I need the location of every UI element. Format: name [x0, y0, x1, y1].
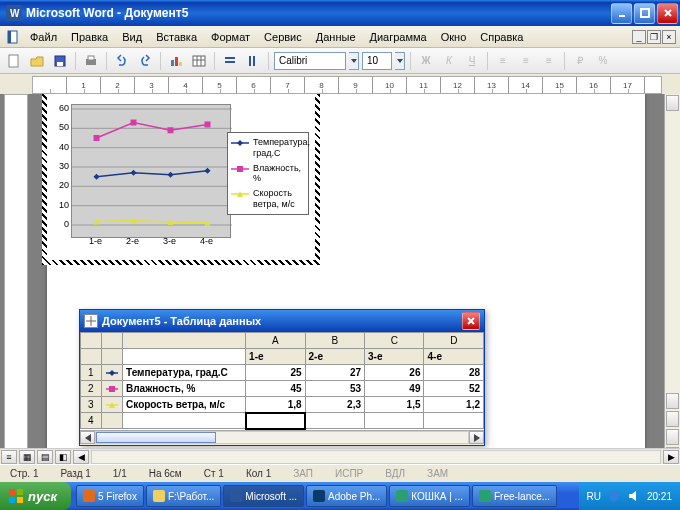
system-tray[interactable]: RU 20:21	[579, 482, 680, 510]
menu-format[interactable]: Формат	[205, 29, 256, 45]
taskbar: пуск 5 FirefoxF:\Работ...Microsoft ...Ad…	[0, 482, 680, 510]
taskbar-task[interactable]: КОШКА | ...	[389, 485, 470, 507]
chart-type-button[interactable]	[166, 51, 186, 71]
new-doc-button[interactable]	[4, 51, 24, 71]
maximize-button[interactable]	[634, 3, 655, 24]
task-app-icon	[396, 490, 408, 502]
tray-volume-icon[interactable]	[627, 489, 641, 503]
tray-lang[interactable]: RU	[587, 491, 601, 502]
svg-rect-56	[479, 490, 491, 502]
underline-button[interactable]: Ч	[462, 51, 482, 71]
web-view-button[interactable]: ▦	[19, 450, 35, 464]
svg-rect-45	[109, 386, 115, 392]
menu-help[interactable]: Справка	[474, 29, 529, 45]
chart-y-tick: 40	[53, 142, 69, 152]
scroll-right-button[interactable]	[469, 431, 484, 444]
by-col-button[interactable]	[243, 51, 263, 71]
taskbar-task[interactable]: Microsoft ...	[223, 485, 304, 507]
scroll-thumb[interactable]	[96, 432, 216, 443]
datasheet-window[interactable]: Документ5 - Таблица данных ABCD1-е2-е3-е…	[79, 309, 485, 446]
browse-object-button[interactable]	[666, 429, 679, 445]
chart-plot-area[interactable]	[71, 104, 231, 238]
hscroll-track[interactable]	[91, 450, 661, 464]
svg-rect-53	[230, 490, 242, 502]
datasheet-hscroll[interactable]	[80, 430, 484, 445]
percent-button[interactable]: %	[593, 51, 613, 71]
menu-diagram[interactable]: Диаграмма	[364, 29, 433, 45]
print-view-button[interactable]: ▤	[37, 450, 53, 464]
align-center-button[interactable]: ≡	[516, 51, 536, 71]
normal-view-button[interactable]: ≡	[1, 450, 17, 464]
currency-button[interactable]: ₽	[570, 51, 590, 71]
horizontal-ruler[interactable]: 1234567891011121314151617	[32, 76, 662, 94]
menu-tools[interactable]: Сервис	[258, 29, 308, 45]
menu-edit[interactable]: Правка	[65, 29, 114, 45]
hscroll-right-button[interactable]: ▶	[663, 450, 679, 464]
scroll-up-button[interactable]	[666, 95, 679, 111]
font-name-dropdown-icon[interactable]	[349, 52, 359, 70]
status-mode-ovr: ЗАМ	[423, 468, 452, 479]
svg-rect-6	[8, 31, 11, 43]
mdi-minimize-button[interactable]: _	[632, 30, 646, 44]
font-size-select[interactable]: 10	[362, 52, 392, 70]
legend-item[interactable]: Скорость ветра, м/с	[231, 188, 305, 210]
datasheet-close-button[interactable]	[462, 312, 480, 330]
taskbar-task[interactable]: Adobe Ph...	[306, 485, 387, 507]
mdi-close-button[interactable]: ×	[662, 30, 676, 44]
undo-button[interactable]	[112, 51, 132, 71]
align-right-button[interactable]: ≡	[539, 51, 559, 71]
status-mode-rev: ИСПР	[331, 468, 367, 479]
legend-label: Скорость ветра, м/с	[253, 188, 305, 210]
datasheet-grid[interactable]: ABCD1-е2-е3-е4-е1Температура, град.С2527…	[80, 332, 484, 430]
status-mode-rec: ЗАП	[289, 468, 317, 479]
vertical-ruler[interactable]	[4, 94, 28, 464]
redo-button[interactable]	[135, 51, 155, 71]
menu-data[interactable]: Данные	[310, 29, 362, 45]
svg-rect-14	[179, 62, 182, 66]
taskbar-task[interactable]: Free-lance...	[472, 485, 557, 507]
mdi-restore-button[interactable]: ❐	[647, 30, 661, 44]
close-button[interactable]	[657, 3, 678, 24]
italic-button[interactable]: К	[439, 51, 459, 71]
by-row-button[interactable]	[220, 51, 240, 71]
chart-object-selection[interactable]: 0102030405060 1-е2-е3-е4-е Температура, …	[42, 94, 320, 265]
page-scroll[interactable]: 0102030405060 1-е2-е3-е4-е Температура, …	[28, 94, 664, 464]
windows-logo-icon	[8, 488, 24, 504]
chart-y-tick: 0	[53, 219, 69, 229]
chart-legend[interactable]: Температура, град.СВлажность, %Скорость …	[227, 132, 309, 215]
print-button[interactable]	[81, 51, 101, 71]
save-button[interactable]	[50, 51, 70, 71]
tray-clock[interactable]: 20:21	[647, 491, 672, 502]
font-size-dropdown-icon[interactable]	[395, 52, 405, 70]
scroll-left-button[interactable]	[80, 431, 95, 444]
prev-page-button[interactable]	[666, 411, 679, 427]
scroll-down-button[interactable]	[666, 393, 679, 409]
datasheet-titlebar[interactable]: Документ5 - Таблица данных	[80, 310, 484, 332]
align-left-button[interactable]: ≡	[493, 51, 513, 71]
minimize-button[interactable]	[611, 3, 632, 24]
svg-rect-31	[131, 120, 137, 126]
datasheet-button[interactable]	[189, 51, 209, 71]
menu-view[interactable]: Вид	[116, 29, 148, 45]
taskbar-task[interactable]: 5 Firefox	[76, 485, 144, 507]
open-button[interactable]	[27, 51, 47, 71]
task-app-icon	[83, 490, 95, 502]
font-name-select[interactable]: Calibri	[274, 52, 346, 70]
start-button[interactable]: пуск	[0, 482, 71, 510]
hscroll-left-button[interactable]: ◀	[73, 450, 89, 464]
menu-insert[interactable]: Вставка	[150, 29, 203, 45]
tray-shield-icon[interactable]	[607, 489, 621, 503]
datasheet-icon	[84, 314, 98, 328]
outline-view-button[interactable]: ◧	[55, 450, 71, 464]
svg-rect-47	[9, 489, 15, 495]
svg-rect-32	[168, 127, 174, 133]
menu-window[interactable]: Окно	[435, 29, 473, 45]
vertical-scrollbar[interactable]	[664, 94, 680, 464]
legend-item[interactable]: Температура, град.С	[231, 137, 305, 159]
menu-file[interactable]: Файл	[24, 29, 63, 45]
legend-label: Температура, град.С	[253, 137, 310, 159]
taskbar-task[interactable]: F:\Работ...	[146, 485, 221, 507]
bold-button[interactable]: Ж	[416, 51, 436, 71]
legend-item[interactable]: Влажность, %	[231, 163, 305, 185]
scroll-track[interactable]	[95, 431, 469, 444]
